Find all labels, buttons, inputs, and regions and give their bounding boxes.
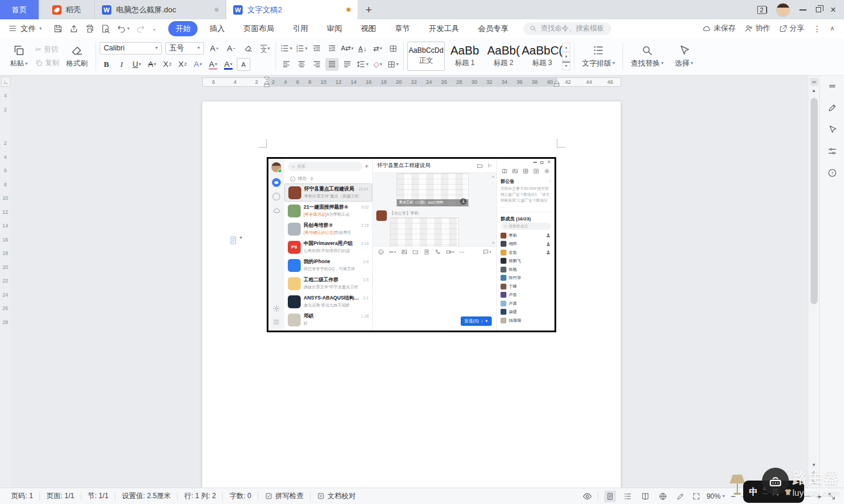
conversation-item[interactable]: 工程二级工作群2-5 跳纹分享文件“怀宁县重点工程	[284, 274, 372, 292]
clear-format-button[interactable]	[241, 42, 255, 55]
decrease-font-button[interactable]: A−	[224, 42, 238, 55]
conversation-item[interactable]: 我的iPhone2-9 你已登录手机QQ，可将文件	[284, 256, 372, 274]
collaborate-button[interactable]: 协作	[744, 23, 770, 33]
ruler-toggle-button[interactable]	[810, 78, 818, 86]
align-right-button[interactable]	[310, 58, 324, 71]
eye-protect-icon[interactable]	[583, 492, 592, 501]
save-button[interactable]	[53, 24, 63, 33]
todo-row[interactable]: ✓ 待办 · 0	[284, 174, 372, 183]
cut-button[interactable]: ✂剪切	[35, 45, 59, 55]
image-layout-button[interactable]: ▾	[229, 236, 242, 245]
member-item[interactable]: 卢肃	[501, 299, 551, 308]
indent-marker-left[interactable]	[264, 77, 270, 87]
format-painter-button[interactable]: 格式刷	[62, 44, 92, 69]
wrap-button[interactable]: ⇄▾	[371, 42, 384, 55]
settings-gear-icon[interactable]	[273, 305, 280, 312]
file-menu[interactable]: 文件 ▾	[0, 23, 47, 34]
emoji-icon[interactable]	[378, 249, 384, 255]
download-icon[interactable]	[460, 198, 467, 205]
tab-stop-selector[interactable]: ∟	[1, 77, 11, 87]
user-avatar[interactable]	[776, 3, 790, 17]
chat-user-avatar[interactable]	[271, 162, 281, 172]
ribbon-tab[interactable]: 视图	[353, 21, 383, 36]
styles-more-icon[interactable]: ▼	[562, 62, 570, 70]
undo-button[interactable]: ▾	[117, 24, 130, 33]
contacts-icon[interactable]	[273, 193, 280, 200]
status-segment[interactable]: 页面: 1/1	[39, 492, 80, 500]
select-button[interactable]: 选择▾	[668, 45, 700, 69]
status-segment[interactable]: 行: 1 列: 2	[177, 492, 222, 500]
indent-marker-right[interactable]	[554, 80, 560, 87]
status-segment[interactable]: 字数: 0	[222, 492, 257, 500]
member-item[interactable]: 金磊	[501, 248, 551, 257]
share-button[interactable]: 分享	[779, 23, 804, 33]
member-item[interactable]: 陈竹华	[501, 274, 551, 282]
member-item[interactable]: 徐鹏飞	[501, 257, 551, 265]
line-spacing-button[interactable]: ▾	[356, 58, 369, 71]
copy-button[interactable]: 复制	[35, 58, 59, 68]
annotate-pen-icon[interactable]	[828, 103, 837, 113]
message-input[interactable]: 发送(S)▼	[373, 258, 496, 331]
add-chat-button[interactable]: +	[365, 163, 369, 170]
align-left-button[interactable]	[280, 58, 293, 71]
apps-grid-icon[interactable]	[523, 168, 529, 174]
pinyin-guide-button[interactable]: wén文▾	[258, 42, 272, 55]
member-item[interactable]: 李莉	[501, 231, 551, 240]
character-shading-button[interactable]: A	[237, 58, 250, 71]
announcement-header[interactable]: 群公告 ›	[501, 176, 551, 186]
conversation-item[interactable]: 21一建面授押题群⑥9:02 [有全体消息]A为李刚工会	[284, 202, 372, 220]
command-search-input[interactable]: 查找命令、搜索模板	[523, 22, 611, 35]
styles-down-icon[interactable]: ▼	[562, 52, 570, 61]
conversation-item[interactable]: P6 中国Primavera用户组2-14 心有向阳:不知道你们的这	[284, 238, 372, 256]
italic-button[interactable]: I	[115, 58, 128, 71]
member-item[interactable]: 陈艳	[501, 265, 551, 274]
chat-history-button[interactable]: ▾	[483, 249, 491, 255]
strikethrough-button[interactable]: A▾	[145, 58, 159, 71]
style-preset[interactable]: AaBbCcDd 正文	[407, 42, 445, 71]
text-direction-button[interactable]: A↓	[356, 42, 369, 55]
gallery-icon[interactable]	[512, 168, 518, 174]
ribbon-tab[interactable]: 开始	[168, 21, 198, 36]
image-icon[interactable]	[401, 249, 407, 255]
ribbon-tab[interactable]: 插入	[202, 21, 232, 36]
member-item[interactable]: 钱璐璐	[501, 316, 551, 325]
font-color-button[interactable]: A▾	[222, 58, 235, 71]
cloud-icon[interactable]	[273, 206, 281, 214]
conversation-item[interactable]: 怀宁县重点工程建设局15:04 李莉分享文件“重点（新建工程	[284, 183, 372, 202]
sender-avatar[interactable]	[376, 210, 387, 221]
align-center-button[interactable]	[295, 58, 308, 71]
phone-call-icon[interactable]	[435, 249, 441, 255]
image-message[interactable]: 重点工程（二期）.jpg1.5MB	[396, 173, 469, 207]
status-segment[interactable]: 页码: 1	[5, 492, 39, 500]
web-view-button[interactable]	[657, 491, 669, 502]
conversation-item[interactable]: 民创考培群③2-15 [有待确认的公告]民创考培	[284, 220, 372, 238]
restore-button[interactable]	[816, 7, 821, 12]
find-replace-button[interactable]: 查找替换▾	[627, 45, 668, 69]
pointer-icon[interactable]	[828, 125, 837, 134]
export-button[interactable]	[69, 24, 79, 33]
borders-button[interactable]: ▾	[386, 58, 400, 71]
member-item[interactable]: 卢磊	[501, 291, 551, 299]
vertical-ruler[interactable]: 42 246810121416182022242628	[0, 88, 11, 488]
scroll-up-arrow[interactable]: ▲	[810, 86, 818, 94]
group-settings-icon[interactable]	[544, 168, 550, 174]
send-button[interactable]: 发送(S)▼	[461, 316, 492, 326]
conversation-item[interactable]: 邓硔1-28 好	[284, 311, 372, 329]
decrease-indent-button[interactable]	[310, 42, 324, 55]
conversation-item[interactable]: ANSYS-ABAQUS结构联盟2-1 激光运用:谁说九由万福默	[284, 292, 372, 311]
redo-button[interactable]	[136, 24, 145, 33]
split-view-icon[interactable]	[502, 168, 508, 174]
vertical-scrollbar[interactable]: ▲ ▼	[808, 76, 819, 488]
style-preset[interactable]: AaBb 标题 1	[446, 42, 484, 71]
ribbon-tab[interactable]: 页面布局	[236, 21, 281, 36]
read-view-button[interactable]	[639, 491, 651, 502]
ribbon-tab[interactable]: 开发工具	[421, 21, 466, 36]
outline-view-button[interactable]	[622, 491, 634, 502]
collapse-ribbon-icon[interactable]: ∧	[830, 25, 835, 32]
image-message[interactable]: 重点（二期）.jpg1.5MB	[390, 217, 459, 246]
toolbar-more-icon[interactable]: ⌄	[152, 26, 156, 32]
drag-handle-icon[interactable]	[828, 81, 837, 91]
ime-chinese-mode[interactable]: 中	[749, 486, 758, 498]
ribbon-tab[interactable]: 引用	[285, 21, 315, 36]
member-item[interactable]: 相田	[501, 240, 551, 248]
